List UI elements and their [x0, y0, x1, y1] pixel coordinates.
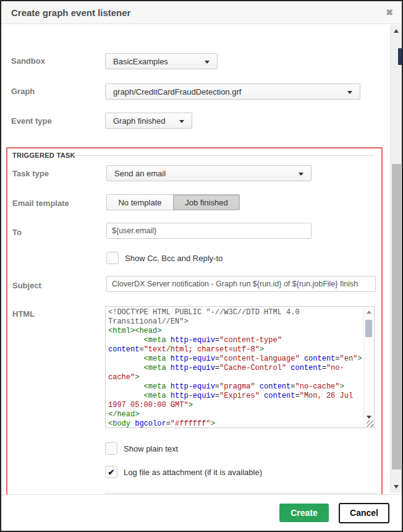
scroll-down-icon[interactable]: [394, 485, 399, 489]
log-attachment-label: Log file as attachment (if it is availab…: [124, 468, 262, 477]
dialog-scrollbar[interactable]: [390, 25, 402, 493]
log-attachment-checkbox[interactable]: ✔: [105, 466, 117, 478]
html-label: HTML: [12, 309, 35, 319]
dialog-title: Create graph event listener: [11, 7, 130, 18]
show-plain-text-checkbox[interactable]: [105, 442, 117, 455]
subject-input[interactable]: CloverDX Server notification - Graph run…: [106, 276, 376, 292]
editor-scrollbar-thumb[interactable]: [365, 320, 372, 337]
scroll-down-icon[interactable]: [367, 416, 371, 419]
resize-grip-icon[interactable]: [367, 420, 373, 427]
chevron-down-icon: [205, 61, 210, 64]
html-code-content: <!DOCTYPE HTML PUBLIC "-//W3C//DTD HTML …: [108, 308, 363, 428]
show-plain-text-label: Show plain text: [124, 444, 178, 453]
chevron-down-icon: [179, 120, 184, 123]
sandbox-select[interactable]: BasicExamples: [105, 53, 218, 69]
dialog-scrollbar-thumb[interactable]: [392, 164, 401, 470]
to-input-value: ${user.email}: [112, 226, 156, 235]
show-cc-label: Show Cc, Bcc and Reply-to: [125, 254, 223, 263]
task-type-select[interactable]: Send an email: [106, 165, 312, 181]
create-graph-event-listener-dialog: Create graph event listener ✖ Sandbox Ba…: [0, 0, 403, 532]
to-input[interactable]: ${user.email}: [106, 223, 312, 239]
subject-input-value: CloverDX Server notification - Graph run…: [112, 280, 358, 288]
create-button[interactable]: Create: [279, 504, 329, 522]
editor-scrollbar[interactable]: [363, 307, 373, 428]
to-label: To: [12, 228, 22, 237]
email-template-label: Email template: [12, 199, 69, 208]
dialog-titlebar: Create graph event listener ✖: [1, 1, 402, 24]
cancel-button[interactable]: Cancel: [339, 503, 389, 523]
html-code-editor[interactable]: <!DOCTYPE HTML PUBLIC "-//W3C//DTD HTML …: [105, 306, 375, 428]
chevron-down-icon: [299, 173, 303, 176]
sandbox-select-value: BasicExamples: [113, 57, 168, 66]
graph-select[interactable]: graph/CreditCardFraudDetection.grf: [105, 84, 360, 100]
event-type-label: Event type: [11, 116, 52, 126]
email-template-toggle: No templateJob finished: [106, 194, 240, 210]
email-template-option[interactable]: Job finished: [173, 194, 240, 210]
task-type-select-value: Send an email: [114, 169, 166, 178]
dialog-footer: Create Cancel: [1, 494, 402, 531]
task-type-label: Task type: [12, 169, 49, 178]
page-behind-strip: [398, 48, 403, 65]
close-icon[interactable]: ✖: [386, 7, 393, 17]
triggered-task-legend: TRIGGERED TASK: [12, 152, 75, 159]
show-cc-checkbox[interactable]: [106, 252, 119, 264]
dialog-body: Sandbox BasicExamples Graph graph/Credit…: [1, 25, 402, 493]
event-type-select[interactable]: Graph finished: [105, 113, 192, 129]
scroll-up-icon[interactable]: [367, 311, 371, 314]
graph-select-value: graph/CreditCardFraudDetection.grf: [113, 87, 241, 97]
email-template-option[interactable]: No template: [106, 194, 173, 210]
event-type-select-value: Graph finished: [113, 116, 166, 126]
graph-label: Graph: [11, 87, 35, 96]
chevron-down-icon: [347, 91, 352, 94]
scroll-up-icon[interactable]: [394, 29, 399, 33]
legend-rule: [73, 155, 374, 156]
sandbox-label: Sandbox: [11, 56, 45, 66]
subject-label: Subject: [12, 281, 41, 290]
